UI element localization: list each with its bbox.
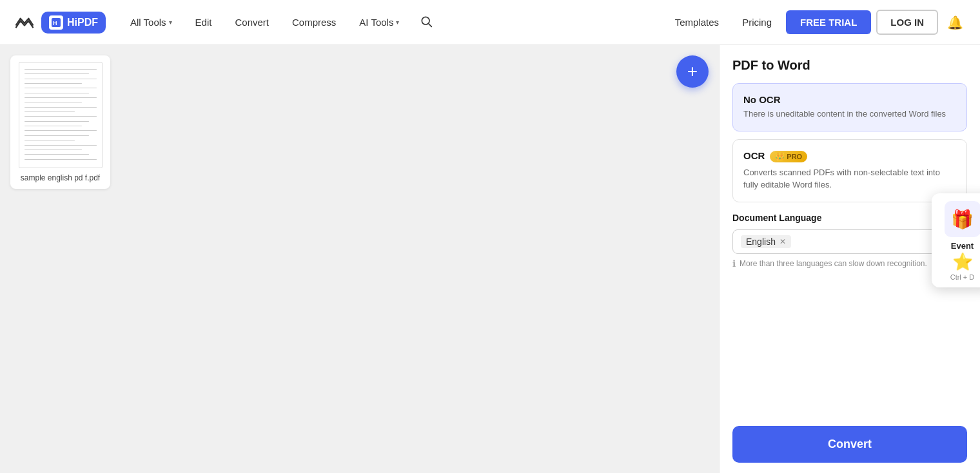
hipdf-label: HiPDF xyxy=(67,17,98,28)
crown-icon: 👑 xyxy=(775,152,785,161)
all-tools-arrow-icon: ▾ xyxy=(169,19,172,26)
file-card[interactable]: sample english pd f.pdf xyxy=(10,55,110,189)
remove-language-button[interactable]: ✕ xyxy=(779,237,786,246)
file-name: sample english pd f.pdf xyxy=(21,173,100,182)
notification-bell-icon[interactable]: 🔔 xyxy=(943,11,967,34)
left-panel: + xyxy=(0,45,719,473)
free-trial-button[interactable]: FREE TRIAL xyxy=(786,10,871,34)
right-panel: PDF to Word No OCR There is uneditable c… xyxy=(719,45,980,473)
ocr-header: OCR 👑 PRO xyxy=(743,150,956,164)
event-tooltip-popup: 🎁 Event ⭐ Ctrl + D xyxy=(932,193,980,287)
navbar: H HiPDF All Tools ▾ Edit Convert Compres… xyxy=(0,0,980,45)
nav-all-tools[interactable]: All Tools ▾ xyxy=(121,12,181,33)
event-icon-box: 🎁 xyxy=(945,201,981,237)
hipdf-icon: H xyxy=(49,15,63,30)
svg-line-3 xyxy=(429,23,432,26)
nav-edit[interactable]: Edit xyxy=(186,12,221,33)
svg-text:H: H xyxy=(53,20,57,26)
search-icon xyxy=(420,15,433,28)
selected-languages: English ✕ xyxy=(741,235,791,248)
logo-area: H HiPDF xyxy=(13,12,106,34)
nav-compress[interactable]: Compress xyxy=(283,12,345,33)
no-ocr-description: There is uneditable content in the conve… xyxy=(743,108,956,121)
convert-button[interactable]: Convert xyxy=(732,426,967,463)
no-ocr-option[interactable]: No OCR There is uneditable content in th… xyxy=(732,83,967,131)
event-tooltip-label: Event xyxy=(951,241,974,251)
ocr-description: Converts scanned PDFs with non-selectabl… xyxy=(743,166,956,191)
nav-ai-tools[interactable]: AI Tools ▾ xyxy=(350,12,408,33)
main-area: + xyxy=(0,45,980,473)
convert-button-container: Convert xyxy=(720,416,980,473)
pro-badge: 👑 PRO xyxy=(770,151,807,162)
nav-convert[interactable]: Convert xyxy=(226,12,278,33)
favorite-star-icon: ⭐ xyxy=(952,252,973,272)
login-button[interactable]: LOG IN xyxy=(876,10,938,35)
english-language-tag: English ✕ xyxy=(741,235,791,248)
nav-pricing[interactable]: Pricing xyxy=(733,12,781,33)
ocr-title: OCR xyxy=(743,150,765,161)
hipdf-logo[interactable]: H HiPDF xyxy=(41,12,106,34)
no-ocr-title: No OCR xyxy=(743,94,956,105)
panel-title: PDF to Word xyxy=(732,58,967,73)
event-shortcut-label: Ctrl + D xyxy=(950,273,975,281)
ai-tools-arrow-icon: ▾ xyxy=(396,19,399,26)
file-thumbnail xyxy=(19,62,103,168)
wondershare-logo-icon xyxy=(13,14,36,32)
search-button[interactable] xyxy=(416,11,436,34)
add-file-button[interactable]: + xyxy=(676,55,709,88)
ocr-option[interactable]: OCR 👑 PRO Converts scanned PDFs with non… xyxy=(732,139,967,202)
info-icon: ℹ xyxy=(732,258,736,269)
nav-templates[interactable]: Templates xyxy=(666,12,728,33)
